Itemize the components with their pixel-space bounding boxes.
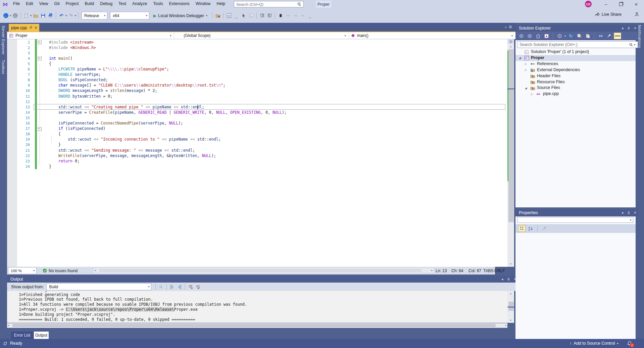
menu-file[interactable]: File	[10, 0, 23, 7]
menu-view[interactable]: View	[36, 0, 51, 7]
code-line[interactable]: std::wcout << "Sending message: " << mes…	[49, 148, 195, 153]
refresh-icon[interactable]: ↻	[568, 33, 574, 39]
back-icon[interactable]: ←	[518, 33, 524, 39]
code-line[interactable]: DWORD messageLength = strlen(message) * …	[49, 88, 157, 93]
expander-collapsed-icon[interactable]: ▷	[525, 62, 527, 65]
feedback-person-icon[interactable]	[634, 12, 639, 17]
filter-chevron-icon[interactable]: ▾	[564, 35, 566, 38]
live-share-area[interactable]: Live Share	[595, 12, 639, 17]
configuration-dropdown[interactable]: Release▾	[82, 12, 107, 19]
window-position-chevron-icon[interactable]: ▾	[502, 278, 503, 281]
tab-toolbox[interactable]: Toolbox	[1, 60, 5, 74]
code-line[interactable]: serverPipe = CreateFile(pipeName, GENERI…	[49, 110, 287, 115]
tab-options-gear-icon[interactable]	[508, 24, 513, 29]
menu-analyze[interactable]: Analyze	[129, 0, 150, 7]
pointer-icon[interactable]	[241, 13, 247, 19]
tab-server-explorer[interactable]: Server Explorer	[1, 26, 5, 55]
menu-test[interactable]: Test	[115, 0, 129, 7]
tab-error-list[interactable]: Error List	[11, 332, 33, 339]
minimize-button[interactable]: –	[598, 0, 613, 8]
home-icon[interactable]	[535, 33, 541, 39]
nav-scope-dropdown[interactable]: (Global Scope) ▾	[174, 32, 349, 39]
split-window-handle[interactable]	[507, 39, 514, 44]
code-line[interactable]: LPCWSTR pipeName = L"\\\\.\\pipe\\cleanu…	[49, 66, 169, 72]
notifications-bell-button[interactable]: 2	[627, 341, 632, 346]
editor-vertical-scrollbar[interactable]: ▴ ▾	[507, 39, 514, 267]
scroll-right-arrow[interactable]: ▸	[431, 268, 433, 272]
decrease-indent-icon[interactable]	[259, 13, 265, 19]
show-all-files-toggle[interactable]: —	[614, 33, 621, 39]
tree-item-references[interactable]: ▷References	[515, 61, 636, 67]
view-code-icon[interactable]: <>	[598, 33, 604, 39]
code-line[interactable]: {	[49, 131, 61, 137]
start-debugging-button[interactable]: ▶Local Windows Debugger▾	[153, 13, 208, 18]
tree-item-header-files[interactable]: Header Files	[515, 73, 636, 79]
scroll-down-arrow[interactable]: ▾	[507, 262, 514, 266]
navigate-forward-icon[interactable]: →	[12, 13, 18, 19]
scroll-left-arrow[interactable]: ◂	[95, 268, 96, 272]
categorized-icon[interactable]	[518, 225, 526, 232]
scroll-up-arrow[interactable]: ▴	[507, 44, 514, 49]
code-line[interactable]: isPipeConnected = ConnectNamedPipe(serve…	[49, 120, 183, 126]
solution-explorer-title[interactable]: Solution Explorer ▾ ×	[515, 25, 639, 32]
output-vertical-scrollbar[interactable]: ▴ ▾	[507, 291, 514, 323]
dropdown-chevron-icon[interactable]: ▾	[75, 14, 76, 17]
hook-arrow-1-icon[interactable]: ↪	[285, 13, 291, 19]
avatar[interactable]: CE	[585, 1, 592, 7]
code-line[interactable]: }	[49, 142, 61, 147]
tree-item-resource-files[interactable]: Resource Files	[515, 79, 636, 85]
navigate-backward-icon[interactable]: ←	[3, 13, 9, 19]
undo-icon[interactable]: ↶	[58, 13, 64, 19]
next-message-icon[interactable]	[177, 284, 183, 290]
feedback-project-badge[interactable]: Proper	[316, 1, 331, 8]
dropdown-chevron-icon[interactable]: ▾	[30, 14, 32, 17]
properties-panel-title[interactable]: Properties ▾ ×	[515, 209, 639, 216]
code-line[interactable]: }	[49, 164, 51, 169]
dropdown-chevron-icon[interactable]: ▾	[65, 14, 67, 17]
clear-all-icon[interactable]	[188, 284, 194, 290]
word-wrap-icon[interactable]	[195, 284, 201, 290]
dropdown-chevron-icon[interactable]: ▾	[10, 14, 11, 17]
code-editor[interactable]: 1#include <iostream>2#include <Windows.h…	[7, 39, 507, 267]
menu-extensions[interactable]: Extensions	[166, 0, 193, 7]
code-line[interactable]: std::wcout << "Incoming connection to " …	[49, 137, 221, 142]
code-line[interactable]: return 0;	[49, 158, 80, 164]
code-line[interactable]: if (isPipeConnected)	[49, 126, 105, 131]
output-horizontal-scrollbar[interactable]: ◂ ▸	[7, 323, 507, 328]
tab-pipe-cpp[interactable]: pipe.cpp ×	[9, 24, 39, 32]
nav-member-dropdown[interactable]: main() ▾	[349, 32, 515, 39]
tab-output[interactable]: Output	[34, 332, 49, 339]
expander-expanded-icon[interactable]: ◢	[519, 56, 521, 59]
tree-item-proper[interactable]: ◢Proper	[515, 55, 636, 61]
solution-search-box[interactable]: Search Solution Explorer (Ctrl+;) ▾	[517, 41, 638, 48]
pin-icon[interactable]	[627, 27, 631, 30]
code-line[interactable]: HANDLE serverPipe;	[49, 72, 101, 77]
expander-expanded-icon[interactable]: ◢	[525, 87, 527, 90]
fold-toggle[interactable]	[38, 57, 42, 60]
hscrollbar-thumb[interactable]	[12, 324, 496, 327]
scroll-down-arrow[interactable]: ▾	[507, 318, 514, 322]
code-line[interactable]: DWORD bytesWritten = 0;	[49, 94, 112, 99]
properties-object-dropdown[interactable]: ▾	[517, 217, 633, 223]
code-line[interactable]: BOOL isPipeConnected;	[49, 77, 108, 83]
redo-icon[interactable]: ↷	[68, 13, 74, 19]
output-panel-title[interactable]: Output ▾ ×	[7, 276, 519, 283]
layers-icon[interactable]	[248, 13, 254, 19]
tab-list-chevron-icon[interactable]: ▾	[505, 26, 506, 29]
platform-dropdown[interactable]: x64▾	[110, 12, 149, 19]
add-to-source-control-button[interactable]: ↑ Add to Source Control ▴	[569, 341, 618, 346]
tree-item-external-dependencies[interactable]: ▷External Dependencies	[515, 67, 636, 73]
code-line[interactable]: char message[] = "CLEAN C:\\users\\admin…	[49, 83, 226, 88]
pin-icon[interactable]	[507, 278, 510, 281]
menu-tools[interactable]: Tools	[150, 0, 166, 7]
fold-toggle[interactable]	[38, 41, 42, 44]
run-to-folder-icon[interactable]	[215, 13, 221, 19]
scroll-right-arrow[interactable]: ▸	[505, 323, 507, 328]
close-button[interactable]: ×	[629, 0, 644, 8]
tree-item-pipe-cpp[interactable]: ▷++pipe.cpp	[515, 91, 636, 97]
code-line[interactable]: #include <iostream>	[49, 40, 94, 45]
scroll-left-arrow[interactable]: ◂	[8, 323, 9, 328]
search-box[interactable]: Search (Ctrl+Q)	[234, 1, 304, 7]
maximize-button[interactable]	[613, 0, 629, 8]
scroll-up-arrow[interactable]: ▴	[507, 291, 514, 296]
